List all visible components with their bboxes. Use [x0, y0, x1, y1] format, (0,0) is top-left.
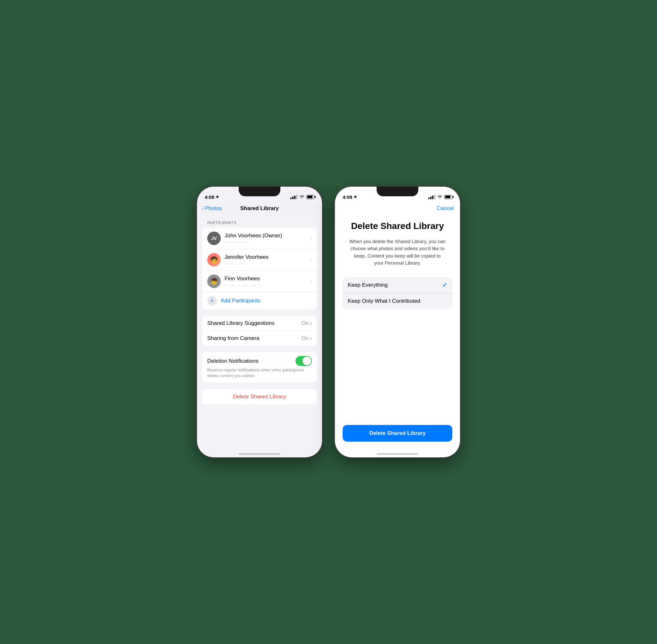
keep-contributed-option[interactable]: Keep Only What I Contributed [343, 294, 452, 309]
nav-bar-left: ‹ Photos Shared Library [197, 203, 322, 214]
delete-library-row[interactable]: Delete Shared Library [202, 389, 317, 405]
keep-everything-option[interactable]: Keep Everything ✓ [343, 277, 452, 294]
right-screen: 4:08 ★ Cance [335, 187, 460, 457]
notch [239, 187, 280, 196]
left-screen: 4:08 ★ [197, 187, 322, 457]
participant-name-john: John Voorhees (Owner) [225, 232, 308, 239]
toggle-thumb [302, 356, 311, 365]
add-participants-row[interactable]: + Add Participants [202, 292, 317, 309]
home-indicator-right [377, 453, 418, 455]
settings-list: Shared Library Suggestions On › Sharing … [202, 316, 317, 346]
chevron-icon-suggestions: › [310, 320, 312, 326]
deletion-notifications-label: Deletion Notifications [207, 358, 258, 364]
participant-text-jennifer: Jennifer Voorhees ······· ··· [225, 254, 308, 266]
signal-bars-left [290, 195, 297, 199]
deletion-notifications-toggle[interactable] [295, 356, 312, 366]
deletion-notifications-row: Deletion Notifications Receive regular n… [202, 352, 317, 383]
participant-text-finn: Finn Voorhees ·· ···· · ··· ···· · [225, 276, 308, 288]
delete-library-group: Delete Shared Library [202, 389, 317, 405]
list-item[interactable]: JV John Voorhees (Owner) ········ ····· … [202, 228, 317, 249]
list-item[interactable]: 👦 Finn Voorhees ·· ···· · ··· ···· · › [202, 271, 317, 292]
participant-name-jennifer: Jennifer Voorhees [225, 254, 308, 260]
suggestions-label: Shared Library Suggestions [207, 320, 275, 326]
status-time-left: 4:08 ★ [205, 194, 219, 200]
participant-name-finn: Finn Voorhees [225, 276, 308, 282]
participants-list: JV John Voorhees (Owner) ········ ····· … [202, 228, 317, 309]
modal-description: When you delete the Shared Library, you … [349, 238, 446, 267]
add-participants-label: Add Participants [221, 298, 260, 304]
avatar-john: JV [207, 232, 221, 245]
left-phone: 4:08 ★ [197, 187, 322, 457]
participant-text-john: John Voorhees (Owner) ········ ····· [225, 232, 308, 245]
right-phone: 4:08 ★ Cance [335, 187, 460, 457]
signal-bars-right [428, 195, 435, 199]
chevron-icon-camera: › [310, 335, 312, 342]
content-left: PARTICIPANTS JV John Voorhees (Owner) ··… [197, 214, 322, 455]
suggestions-value: On › [301, 320, 312, 326]
list-item[interactable]: 🧒 Jennifer Voorhees ······· ··· › [202, 249, 317, 271]
modal-nav: Cancel [335, 203, 460, 214]
page-title-left: Shared Library [240, 205, 279, 212]
add-participants-icon: + [207, 296, 217, 306]
delete-shared-library-button[interactable]: Delete Shared Library [343, 425, 452, 442]
keep-options-group: Keep Everything ✓ Keep Only What I Contr… [343, 277, 452, 309]
star-icon-left: ★ [216, 195, 219, 199]
camera-row[interactable]: Sharing from Camera On › [202, 331, 317, 346]
participant-detail-jennifer: ······· ··· [225, 261, 308, 266]
star-icon-right: ★ [354, 195, 357, 199]
modal-content: Delete Shared Library When you delete th… [335, 214, 460, 455]
deletion-notifications-caption: Receive regular notifications when other… [207, 367, 312, 379]
back-label: Photos [205, 205, 222, 212]
notch-right [377, 187, 418, 196]
back-button-left[interactable]: ‹ Photos [202, 205, 222, 212]
status-icons-right [428, 195, 452, 200]
avatar-jennifer: 🧒 [207, 253, 221, 267]
suggestions-row[interactable]: Shared Library Suggestions On › [202, 316, 317, 331]
notifications-group: Deletion Notifications Receive regular n… [202, 352, 317, 383]
chevron-icon-jennifer: › [310, 257, 312, 262]
camera-value: On › [301, 335, 312, 342]
participant-detail-finn: ·· ···· · ··· ···· · [225, 282, 308, 288]
delete-library-label: Delete Shared Library [233, 393, 286, 400]
keep-everything-label: Keep Everything [348, 282, 388, 288]
wifi-icon-right [437, 195, 443, 200]
camera-label: Sharing from Camera [207, 335, 259, 342]
status-time-right: 4:08 ★ [343, 194, 357, 200]
wifi-icon-left [299, 195, 304, 200]
battery-left [307, 195, 314, 199]
modal-title: Delete Shared Library [351, 221, 444, 232]
checkmark-icon: ✓ [443, 282, 447, 289]
home-indicator-left [239, 453, 280, 455]
status-icons-left [290, 195, 314, 200]
participants-section-label: PARTICIPANTS [202, 221, 317, 225]
battery-right [444, 195, 452, 199]
chevron-icon-john: › [310, 236, 312, 241]
back-chevron: ‹ [202, 205, 204, 212]
cancel-button[interactable]: Cancel [437, 205, 454, 212]
participant-detail-john: ········ ····· [225, 239, 308, 245]
avatar-finn: 👦 [207, 275, 221, 288]
keep-contributed-label: Keep Only What I Contributed [348, 298, 420, 304]
chevron-icon-finn: › [310, 279, 312, 284]
